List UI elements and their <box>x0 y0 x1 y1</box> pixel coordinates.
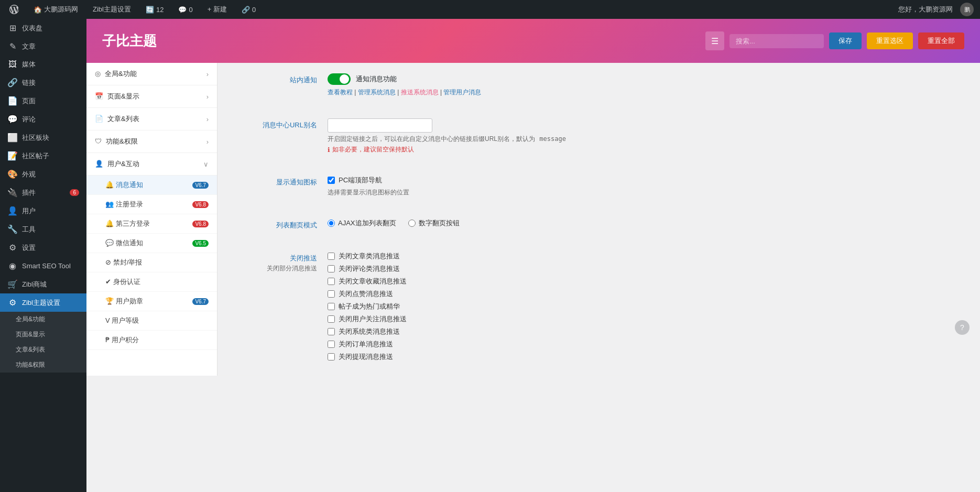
sidebar-item-zibl-shop[interactable]: 🛒 Zibl商城 <box>0 275 86 293</box>
shield-icon: 🛡 <box>95 137 102 145</box>
main-content: 子比主题 ☰ 保存 重置选区 重置全部 ◎全局&功能 › 📅页面&显示 › <box>86 19 980 492</box>
close-user-follow-checkbox[interactable] <box>328 315 335 323</box>
sidebar-item-users[interactable]: 👤 用户 <box>0 202 86 220</box>
close-order-checkbox[interactable] <box>328 341 335 348</box>
nav-section-user[interactable]: 👤用户&互动 ∨ <box>86 153 217 176</box>
sidebar-item-appearance[interactable]: 🎨 外观 <box>0 165 86 183</box>
avatar-btn[interactable]: 鹏 <box>960 3 974 16</box>
links-btn[interactable]: 🔗 0 <box>238 0 259 19</box>
site-name-btn[interactable]: 🏠 大鹏源码网 <box>30 0 81 19</box>
sidebar-item-community-posts[interactable]: 📝 社区帖子 <box>0 147 86 165</box>
submenu-item-global[interactable]: 全局&功能 <box>0 312 86 327</box>
close-user-follow-item: 关闭用户关注消息推送 <box>328 314 964 324</box>
manage-sys-msg-link[interactable]: 管理系统消息 <box>358 89 396 96</box>
sidebar-item-dashboard[interactable]: ⊞ 仪表盘 <box>0 19 86 37</box>
close-comment-checkbox[interactable] <box>328 265 335 272</box>
number-btn-radio[interactable] <box>408 220 416 227</box>
chevron-down-icon: ∨ <box>203 160 209 168</box>
close-hot-elite-item: 帖子成为热门或精华 <box>328 302 964 311</box>
site-notify-toggle-text: 通知消息功能 <box>356 74 397 84</box>
nav-sub-register-login[interactable]: 👥 注册登录 V6.8 <box>86 195 217 214</box>
nav-sub-user-points[interactable]: ₱ 用户积分 <box>86 331 217 350</box>
sidebar-item-links[interactable]: 🔗 链接 <box>0 73 86 92</box>
sidebar-item-media[interactable]: 🖼 媒体 <box>0 56 86 73</box>
sidebar-item-settings[interactable]: ⚙ 设置 <box>0 238 86 257</box>
number-btn-radio-item[interactable]: 数字翻页按钮 <box>408 218 460 228</box>
tutorial-link[interactable]: 查看教程 <box>328 89 353 96</box>
submenu-item-article[interactable]: 文章&列表 <box>0 342 86 357</box>
nav-sub-wechat-notify[interactable]: 💬 微信通知 V6.5 <box>86 234 217 253</box>
sidebar-item-plugins[interactable]: 🔌 插件 6 <box>0 183 86 202</box>
wp-logo-btn[interactable] <box>6 0 22 19</box>
tools-icon: 🔧 <box>7 224 18 234</box>
new-content-btn[interactable]: + 新建 <box>204 0 230 19</box>
site-notify-toggle[interactable] <box>328 73 351 85</box>
nav-sub-identity[interactable]: ✔ 身份认证 <box>86 272 217 292</box>
global-icon: ◎ <box>95 70 101 78</box>
appearance-icon: 🎨 <box>7 169 18 179</box>
show-notify-icon-field: PC端顶部导航 选择需要显示消息图标的位置 <box>328 176 964 197</box>
reset-all-button[interactable]: 重置全部 <box>918 32 964 49</box>
pagination-mode-field: AJAX追加列表翻页 数字翻页按钮 <box>328 218 964 228</box>
nav-sub-user-medal[interactable]: 🏆 用户勋章 V6.7 <box>86 292 217 311</box>
nav-sub-ban-report[interactable]: ⊘ 禁封/举报 <box>86 253 217 272</box>
nav-section-funcperms[interactable]: 🛡功能&权限 › <box>86 130 217 153</box>
ajax-load-radio[interactable] <box>328 220 335 227</box>
show-notify-icon-hint: 选择需要显示消息图标的位置 <box>328 188 964 197</box>
plugins-badge: 6 <box>70 189 79 196</box>
sidebar-item-pages[interactable]: 📄 页面 <box>0 92 86 110</box>
nav-sub-user-level[interactable]: V 用户等级 <box>86 311 217 331</box>
pages-icon: 📄 <box>7 96 18 106</box>
page-display-icon: 📅 <box>95 92 103 100</box>
chevron-right-icon: › <box>206 70 209 78</box>
theme-settings-btn[interactable]: Zibl主题设置 <box>90 0 134 19</box>
plugins-icon: 🔌 <box>7 188 18 198</box>
shop-icon: 🛒 <box>7 279 18 289</box>
pc-top-nav-checkbox-item: PC端顶部导航 <box>328 176 964 185</box>
updates-btn[interactable]: 🔄 12 <box>143 0 167 19</box>
close-article-collect-item: 关闭文章收藏消息推送 <box>328 277 964 286</box>
comments-btn[interactable]: 💬 0 <box>175 0 195 19</box>
push-sys-msg-link[interactable]: 推送系统消息 <box>401 89 439 96</box>
search-input[interactable] <box>729 34 824 48</box>
close-system-checkbox[interactable] <box>328 328 335 335</box>
nav-sub-message-notify[interactable]: 🔔 消息通知 V6.7 <box>86 176 217 195</box>
ajax-load-radio-item[interactable]: AJAX追加列表翻页 <box>328 218 396 228</box>
toggle-slider <box>328 73 351 85</box>
posts-icon: ✎ <box>7 41 18 51</box>
message-url-warning: ℹ 如非必要，建议留空保持默认 <box>328 145 964 154</box>
dashboard-icon: ⊞ <box>7 23 18 33</box>
badge-v68-reg: V6.8 <box>192 201 209 208</box>
close-withdraw-checkbox[interactable] <box>328 353 335 360</box>
comments-icon: 💬 <box>7 114 18 124</box>
close-push-field: 关闭文章类消息推送 关闭评论类消息推送 关闭文章收藏消息推送 关闭点赞 <box>328 252 964 365</box>
message-url-input[interactable] <box>328 118 432 133</box>
nav-sub-third-login[interactable]: 🔔 第三方登录 V6.8 <box>86 214 217 234</box>
settings-nav: ◎全局&功能 › 📅页面&显示 › 📄文章&列表 › 🛡功能&权限 › 👤用户&… <box>86 63 217 376</box>
sidebar-item-posts[interactable]: ✎ 文章 <box>0 37 86 56</box>
sidebar-item-tools[interactable]: 🔧 工具 <box>0 220 86 238</box>
close-like-checkbox[interactable] <box>328 290 335 298</box>
save-button[interactable]: 保存 <box>829 32 862 49</box>
sidebar-item-community-block[interactable]: ⬜ 社区板块 <box>0 128 86 147</box>
reset-selection-button[interactable]: 重置选区 <box>867 32 913 49</box>
close-order-item: 关闭订单消息推送 <box>328 340 964 349</box>
close-article-collect-checkbox[interactable] <box>328 278 335 285</box>
manage-user-msg-link[interactable]: 管理用户消息 <box>443 89 481 96</box>
sidebar-item-zibl-settings[interactable]: ⚙ Zibl主题设置 <box>0 293 86 312</box>
sidebar-item-comments[interactable]: 💬 评论 <box>0 110 86 128</box>
sidebar-item-seo-tool[interactable]: ◉ Smart SEO Tool <box>0 257 86 275</box>
close-hot-elite-checkbox[interactable] <box>328 303 335 310</box>
help-button[interactable]: ? <box>955 320 970 335</box>
close-article-checkbox[interactable] <box>328 253 335 260</box>
community-posts-icon: 📝 <box>7 151 18 161</box>
close-comment-item: 关闭评论类消息推送 <box>328 264 964 274</box>
pc-top-nav-checkbox[interactable] <box>328 177 335 184</box>
site-notify-field: 通知消息功能 查看教程 | 管理系统消息 | 推送系统消息 | 管理用户消息 <box>328 73 964 97</box>
nav-section-page[interactable]: 📅页面&显示 › <box>86 85 217 108</box>
nav-section-article[interactable]: 📄文章&列表 › <box>86 108 217 130</box>
grid-view-btn[interactable]: ☰ <box>705 31 724 50</box>
submenu-item-funcperms[interactable]: 功能&权限 <box>0 357 86 373</box>
submenu-item-page[interactable]: 页面&显示 <box>0 327 86 342</box>
nav-section-global[interactable]: ◎全局&功能 › <box>86 63 217 85</box>
